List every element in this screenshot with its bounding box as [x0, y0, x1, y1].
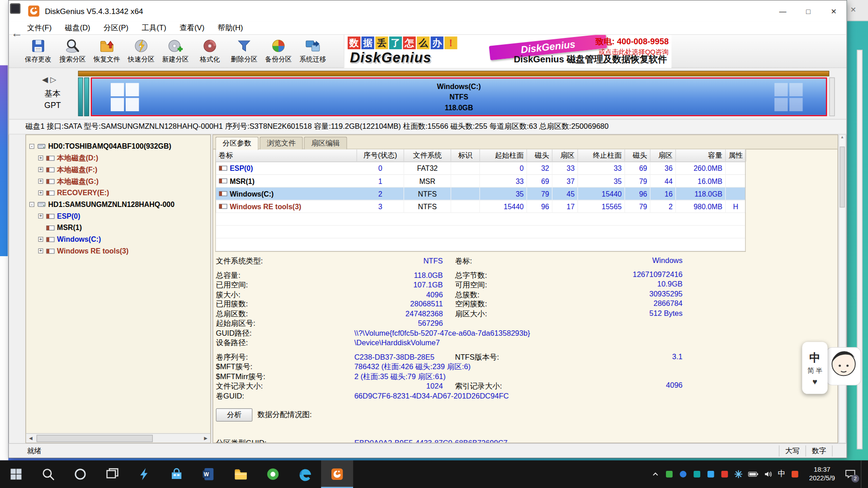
msr-partition-bar[interactable] — [84, 77, 89, 116]
tray-battery-icon[interactable] — [748, 470, 759, 479]
tray-tray-green-icon[interactable] — [665, 470, 674, 479]
ime-halfwidth-label[interactable]: 半 — [816, 366, 822, 375]
delete-partition-button[interactable]: 删除分区 — [227, 36, 261, 67]
taskbar-start[interactable] — [0, 460, 32, 488]
back-arrow-icon[interactable]: ← — [11, 27, 23, 40]
tab-browse-files[interactable]: 浏览文件 — [259, 136, 303, 149]
tree-item-esp-0[interactable]: +ESP(0) — [26, 210, 211, 222]
background-close-icon[interactable]: ✕ — [850, 5, 856, 14]
menu-item-view[interactable]: 查看(V) — [173, 23, 211, 33]
tab-sector-edit[interactable]: 扇区编辑 — [304, 136, 347, 149]
tree-item-local-disk-f[interactable]: +本地磁盘(F:) — [26, 164, 211, 175]
menu-item-tools[interactable]: 工具(T) — [135, 23, 173, 33]
tray-tray-lightblue-icon[interactable] — [734, 470, 743, 479]
taskbar-diskgenius[interactable] — [321, 460, 353, 488]
column-header[interactable]: 磁头 — [527, 150, 552, 162]
column-header[interactable]: 终止柱面 — [578, 150, 625, 162]
save-changes-button[interactable]: 保存更改 — [21, 36, 56, 67]
heart-icon[interactable]: ♥ — [812, 376, 817, 386]
tree-item-local-disk-g[interactable]: +本地磁盘(G:) — [26, 175, 211, 187]
format-button[interactable]: 格式化 — [193, 36, 227, 67]
tray-volume-icon[interactable] — [764, 470, 773, 479]
taskbar-search[interactable] — [32, 460, 64, 488]
expander-icon[interactable]: - — [29, 144, 34, 149]
tab-partition-params[interactable]: 分区参数 — [215, 136, 259, 150]
taskbar-file-explorer[interactable] — [225, 460, 257, 488]
tray-tray-blue-icon[interactable] — [679, 470, 688, 479]
ad-banner[interactable]: 数据丢了怎么办！ DiskGenius DiskGenius 致电: 400-0… — [344, 35, 671, 68]
tree-item-hd0[interactable]: -HD0:TOSHIBAMQ04ABF100(932GB) — [26, 141, 211, 152]
taskbar-edge[interactable] — [289, 460, 321, 488]
taskbar-cortana[interactable] — [64, 460, 96, 488]
taskbar-task-view[interactable] — [96, 460, 128, 488]
column-header[interactable]: 起始柱面 — [480, 150, 527, 162]
quick-partition-button[interactable]: 快速分区 — [124, 36, 158, 67]
esp-partition-bar[interactable] — [78, 77, 83, 116]
tree-item-recovery-e[interactable]: +RECOVERY(E:) — [26, 187, 211, 199]
tree-item-msr-1[interactable]: MSR(1) — [26, 222, 211, 234]
table-row-esp[interactable]: ESP(0)0FAT3203233336936260.0MB — [216, 162, 745, 175]
tree-item-hd1[interactable]: -HD1:SAMSUNGMZNLN128HAHQ-000 — [26, 199, 211, 211]
overlay-window-icon[interactable] — [10, 3, 20, 14]
tray-tray-teal-icon[interactable] — [693, 470, 702, 479]
nav-back-icon[interactable]: ◀ — [42, 75, 50, 84]
tree-item-windows-c[interactable]: +Windows(C:) — [26, 234, 211, 245]
tree-horizontal-scrollbar[interactable]: ◀ ▶ — [26, 433, 211, 443]
column-header[interactable]: 容量 — [676, 150, 726, 162]
expander-icon[interactable]: + — [38, 190, 43, 195]
panel-vertical-scrollbar[interactable]: ▲ — [839, 135, 846, 443]
column-header[interactable]: 属性 — [726, 150, 746, 162]
ime-simplified-label[interactable]: 简 — [807, 366, 814, 375]
table-row-windows-re-tools[interactable]: Windows RE tools(3)3NTFS1544096171556579… — [216, 200, 745, 213]
recover-files-button[interactable]: 恢复文件 — [90, 36, 124, 67]
close-button[interactable]: ✕ — [821, 0, 846, 22]
ime-floating-widget[interactable]: 中 简 半 ♥ — [802, 342, 827, 394]
tray-tray-red-icon[interactable] — [720, 470, 729, 479]
action-center-icon[interactable]: 2 — [845, 469, 856, 480]
taskbar-clock[interactable]: 18:37 2022/5/9 — [804, 466, 840, 483]
tray-tray-orange-icon[interactable] — [791, 470, 800, 479]
column-header[interactable]: 磁头 — [625, 150, 650, 162]
maximize-button[interactable]: □ — [796, 0, 821, 22]
menu-item-help[interactable]: 帮助(H) — [211, 23, 250, 33]
search-partition-button[interactable]: 搜索分区 — [55, 36, 90, 67]
tray-chevron-up-icon[interactable] — [651, 470, 660, 479]
new-partition-button[interactable]: 新建分区 — [158, 36, 193, 67]
backup-partition-button[interactable]: 备份分区 — [261, 36, 296, 67]
scroll-right-icon[interactable]: ▶ — [201, 436, 210, 441]
menu-item-partition[interactable]: 分区(P) — [97, 23, 135, 33]
column-header[interactable]: 卷标 — [216, 150, 357, 162]
expander-icon[interactable]: + — [38, 237, 43, 242]
column-header[interactable]: 扇区 — [552, 150, 578, 162]
column-header[interactable]: 序号(状态) — [357, 150, 404, 162]
scrollbar-thumb[interactable] — [840, 146, 845, 207]
ime-indicator[interactable]: 中 — [778, 469, 785, 479]
column-header[interactable]: 扇区 — [651, 150, 676, 162]
column-header[interactable]: 标识 — [451, 150, 480, 162]
taskbar-store[interactable] — [160, 460, 193, 488]
nav-forward-icon[interactable]: ▷ — [50, 75, 58, 84]
tree-item-windows-re-tools[interactable]: +Windows RE tools(3) — [26, 245, 211, 257]
analyze-button[interactable]: 分析 — [216, 408, 253, 422]
expander-icon[interactable]: + — [38, 155, 43, 160]
table-row-windows-c[interactable]: Windows(C:)2NTFS357945154409616118.0GB — [216, 188, 745, 200]
background-scrollbar[interactable] — [857, 50, 863, 449]
expander-icon[interactable]: - — [29, 202, 34, 207]
expander-icon[interactable]: + — [38, 249, 43, 253]
menu-item-file[interactable]: 文件(F) — [20, 23, 58, 33]
tree-item-local-disk-d[interactable]: +本地磁盘(D:) — [26, 152, 211, 164]
show-desktop-button[interactable] — [861, 460, 863, 488]
tray-tray-skyblue-icon[interactable] — [706, 470, 715, 479]
ime-lang-label[interactable]: 中 — [809, 350, 820, 365]
taskbar-browser-360[interactable] — [257, 460, 289, 488]
minimize-button[interactable]: — — [770, 0, 795, 22]
expander-icon[interactable]: + — [38, 214, 43, 219]
menu-item-disk[interactable]: 磁盘(D) — [58, 23, 97, 33]
expander-icon[interactable]: + — [38, 167, 43, 172]
scrollbar-thumb[interactable] — [37, 435, 153, 442]
taskbar-flash[interactable] — [128, 460, 160, 488]
scroll-left-icon[interactable]: ◀ — [26, 436, 36, 441]
system-migration-button[interactable]: 系统迁移 — [296, 36, 330, 67]
taskbar-word[interactable]: W — [193, 460, 225, 488]
expander-icon[interactable]: + — [38, 179, 43, 184]
